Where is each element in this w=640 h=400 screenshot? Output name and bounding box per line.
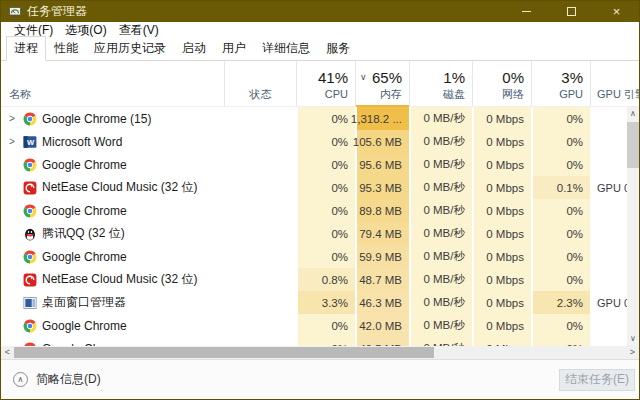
net-cell: 0 Mbps [473, 130, 532, 153]
name-cell[interactable]: Google Chrome [1, 199, 225, 222]
table-row[interactable]: 桌面窗口管理器3.3%46.3 MB0 MB/秒0 Mbps2.3%GPU 0 [1, 291, 639, 314]
column-total-percent: 0% [473, 69, 531, 87]
close-button[interactable]: × [594, 1, 639, 22]
scroll-left-icon[interactable]: < [1, 346, 14, 359]
status-cell [225, 314, 297, 337]
name-cell[interactable]: >Google Chrome (15) [1, 107, 225, 130]
mem-cell: 89.8 MB [356, 199, 410, 222]
column-header-net[interactable]: 0%网络 [473, 61, 532, 106]
name-cell[interactable]: Google Chrome [1, 153, 225, 176]
tab-详细信息[interactable]: 详细信息 [254, 36, 318, 61]
column-header-status[interactable]: 状态 [225, 61, 297, 106]
table-row[interactable]: NetEase Cloud Music (32 位)0.8%48.7 MB0 M… [1, 268, 639, 291]
gpu-cell: 0% [532, 153, 591, 176]
cpu-cell: 0% [297, 199, 356, 222]
maximize-button[interactable] [549, 1, 594, 22]
qq-icon [23, 227, 37, 241]
disk-cell: 0 MB/秒 [410, 153, 473, 176]
cpu-cell: 0% [297, 130, 356, 153]
status-cell [225, 107, 297, 130]
tab-性能[interactable]: 性能 [46, 36, 86, 61]
end-task-button[interactable]: 结束任务(E) [559, 369, 635, 391]
name-cell[interactable]: NetEase Cloud Music (32 位) [1, 268, 225, 291]
disk-cell: 0 MB/秒 [410, 130, 473, 153]
column-total-percent: 41% [297, 69, 355, 87]
column-header-cpu[interactable]: 41%CPU [297, 61, 356, 106]
close-icon: × [613, 5, 621, 18]
process-name: NetEase Cloud Music (32 位) [42, 179, 197, 196]
expand-chevron-icon[interactable]: > [1, 113, 23, 124]
tab-bar: 进程性能应用历史记录启动用户详细信息服务 [1, 39, 639, 61]
tab-服务[interactable]: 服务 [318, 36, 358, 61]
chrome-icon [23, 319, 37, 333]
column-label: 磁盘 [410, 87, 472, 106]
gpu-engine-cell [591, 314, 627, 337]
column-label: CPU [297, 87, 355, 106]
title-bar[interactable]: 任务管理器 × [1, 1, 639, 22]
name-cell[interactable]: Google Chrome [1, 337, 225, 346]
table-row[interactable]: Google Chrome0%42.0 MB0 MB/秒0 Mbps0% [1, 314, 639, 337]
table-row[interactable]: >Google Chrome (15)0%1,318.2 ...0 MB/秒0 … [1, 107, 639, 130]
tab-启动[interactable]: 启动 [174, 36, 214, 61]
status-cell [225, 199, 297, 222]
horizontal-scrollbar-thumb[interactable] [14, 347, 434, 358]
name-cell[interactable]: Google Chrome [1, 245, 225, 268]
table-row[interactable]: Google Chrome0%89.8 MB0 MB/秒0 Mbps0% [1, 199, 639, 222]
process-name: Google Chrome [42, 250, 127, 264]
disk-cell: 0 MB/秒 [410, 107, 473, 130]
column-header-eng[interactable]: GPU 引擎 [591, 61, 627, 106]
column-label: 网络 [473, 87, 531, 106]
table-header: 名称状态41%CPU∨65%内存1%磁盘0%网络3%GPUGPU 引擎 [1, 61, 639, 107]
net-cell: 0 Mbps [473, 337, 532, 346]
table-row[interactable]: NetEase Cloud Music (32 位)0%95.3 MB0 MB/… [1, 176, 639, 199]
table-row[interactable]: Google Chrome0%95.6 MB0 MB/秒0 Mbps0% [1, 153, 639, 176]
process-name: Google Chrome [42, 158, 127, 172]
disk-cell: 0 MB/秒 [410, 314, 473, 337]
mem-cell: 40.5 MB [356, 337, 410, 346]
column-header-name[interactable]: 名称 [1, 61, 225, 106]
status-cell [225, 245, 297, 268]
column-header-mem[interactable]: ∨65%内存 [356, 61, 410, 106]
table-row[interactable]: >WMicrosoft Word0%105.6 MB0 MB/秒0 Mbps0% [1, 130, 639, 153]
status-cell [225, 222, 297, 245]
net-cell: 0 Mbps [473, 153, 532, 176]
name-cell[interactable]: >WMicrosoft Word [1, 130, 225, 153]
name-cell[interactable]: 腾讯QQ (32 位) [1, 222, 225, 245]
horizontal-scrollbar[interactable]: < > [1, 346, 639, 359]
fewer-details-toggle[interactable]: ∧ [13, 372, 28, 387]
table-row[interactable]: Google Chrome0%40.5 MB0 MB/秒0 Mbps0% [1, 337, 639, 346]
net-cell: 0 Mbps [473, 199, 532, 222]
scroll-right-icon[interactable]: > [626, 346, 639, 359]
mem-cell: 42.0 MB [356, 314, 410, 337]
mem-cell: 95.6 MB [356, 153, 410, 176]
table-row[interactable]: Google Chrome0%59.9 MB0 MB/秒0 Mbps0% [1, 245, 639, 268]
name-cell[interactable]: NetEase Cloud Music (32 位) [1, 176, 225, 199]
gpu-cell: 0% [532, 337, 591, 346]
column-header-disk[interactable]: 1%磁盘 [410, 61, 473, 106]
tab-应用历史记录[interactable]: 应用历史记录 [86, 36, 174, 61]
net-cell: 0 Mbps [473, 314, 532, 337]
column-label: GPU [532, 87, 590, 106]
name-cell[interactable]: 桌面窗口管理器 [1, 291, 225, 314]
process-name: Google Chrome [42, 204, 127, 218]
scroll-up-icon[interactable]: ∧ [627, 107, 639, 121]
column-total-percent: 1% [410, 69, 472, 87]
cpu-cell: 3.3% [297, 291, 356, 314]
status-cell [225, 153, 297, 176]
column-label: 内存 [356, 87, 409, 106]
tab-用户[interactable]: 用户 [214, 36, 254, 61]
vertical-scrollbar[interactable]: ∧ ∨ [627, 107, 639, 346]
gpu-engine-cell: GPU 0 [591, 291, 627, 314]
scroll-down-icon[interactable]: ∨ [627, 332, 639, 346]
table-row[interactable]: 腾讯QQ (32 位)0%79.4 MB0 MB/秒0 Mbps0% [1, 222, 639, 245]
expand-chevron-icon[interactable]: > [1, 136, 23, 147]
fewer-details-label[interactable]: 简略信息(D) [36, 371, 101, 388]
gpu-engine-cell [591, 337, 627, 346]
gpu-cell: 0% [532, 222, 591, 245]
cpu-cell: 0.8% [297, 268, 356, 291]
name-cell[interactable]: Google Chrome [1, 314, 225, 337]
column-header-gpu[interactable]: 3%GPU [532, 61, 591, 106]
tab-进程[interactable]: 进程 [6, 36, 46, 61]
minimize-button[interactable] [504, 1, 549, 22]
vertical-scrollbar-thumb[interactable] [627, 122, 639, 168]
